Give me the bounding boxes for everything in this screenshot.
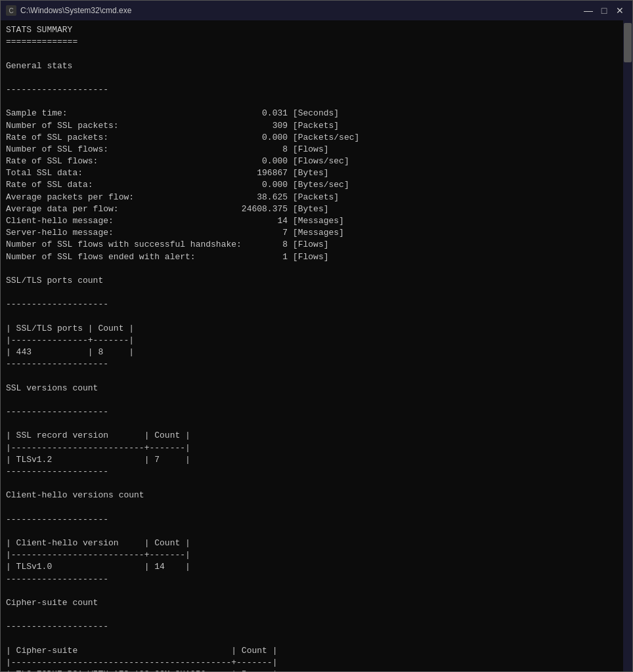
minimize-button[interactable]: — bbox=[581, 3, 596, 18]
maximize-button[interactable]: □ bbox=[597, 3, 611, 18]
terminal-output[interactable]: STATS SUMMARY ============== General sta… bbox=[1, 20, 623, 671]
scrollbar-thumb[interactable] bbox=[624, 23, 632, 62]
window-controls: — □ ✕ bbox=[581, 3, 627, 18]
title-bar: C C:\Windows\System32\cmd.exe — □ ✕ bbox=[1, 1, 632, 20]
scrollbar[interactable] bbox=[623, 20, 632, 671]
close-button[interactable]: ✕ bbox=[613, 3, 627, 18]
window-title: C:\Windows\System32\cmd.exe bbox=[20, 6, 581, 15]
content-area: STATS SUMMARY ============== General sta… bbox=[1, 20, 632, 671]
window-icon: C bbox=[6, 5, 16, 16]
cmd-window: C C:\Windows\System32\cmd.exe — □ ✕ STAT… bbox=[0, 0, 633, 672]
